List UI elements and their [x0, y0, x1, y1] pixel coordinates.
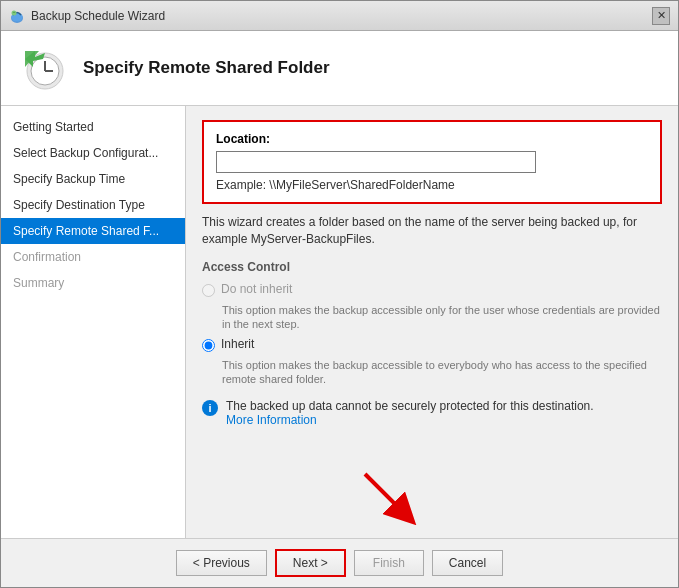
more-info-link[interactable]: More Information: [226, 413, 317, 427]
description-text: This wizard creates a folder based on th…: [202, 214, 662, 248]
body-area: Getting Started Select Backup Configurat…: [1, 106, 678, 538]
previous-button[interactable]: < Previous: [176, 550, 267, 576]
radio-inherit[interactable]: [202, 339, 215, 352]
sidebar-item-specify-destination[interactable]: Specify Destination Type: [1, 192, 185, 218]
radio-label-inherit: Inherit: [221, 337, 254, 351]
info-text: The backed up data cannot be securely pr…: [226, 399, 594, 413]
location-label: Location:: [216, 132, 648, 146]
titlebar-icon: [9, 8, 25, 24]
titlebar: Backup Schedule Wizard ✕: [1, 1, 678, 31]
info-icon: i: [202, 400, 218, 416]
titlebar-left: Backup Schedule Wizard: [9, 8, 165, 24]
radio-desc-do-not-inherit: This option makes the backup accessible …: [222, 303, 662, 332]
finish-button[interactable]: Finish: [354, 550, 424, 576]
location-box: Location: Example: \\MyFileServer\Shared…: [202, 120, 662, 204]
radio-option-inherit: Inherit: [202, 337, 662, 352]
close-button[interactable]: ✕: [652, 7, 670, 25]
wizard-window: Backup Schedule Wizard ✕ Specify Remote …: [0, 0, 679, 588]
info-box: i The backed up data cannot be securely …: [202, 399, 662, 427]
info-text-container: The backed up data cannot be securely pr…: [226, 399, 594, 427]
titlebar-title: Backup Schedule Wizard: [31, 9, 165, 23]
radio-desc-inherit: This option makes the backup accessible …: [222, 358, 662, 387]
page-title: Specify Remote Shared Folder: [83, 58, 330, 78]
radio-label-do-not-inherit: Do not inherit: [221, 282, 292, 296]
radio-option-do-not-inherit: Do not inherit: [202, 282, 662, 297]
header-icon: [17, 43, 67, 93]
sidebar: Getting Started Select Backup Configurat…: [1, 106, 186, 538]
cancel-button[interactable]: Cancel: [432, 550, 503, 576]
sidebar-item-specify-remote[interactable]: Specify Remote Shared F...: [1, 218, 185, 244]
sidebar-item-specify-backup-time[interactable]: Specify Backup Time: [1, 166, 185, 192]
location-input[interactable]: [216, 151, 536, 173]
radio-do-not-inherit[interactable]: [202, 284, 215, 297]
footer-area: < Previous Next > Finish Cancel: [1, 538, 678, 587]
sidebar-item-getting-started[interactable]: Getting Started: [1, 114, 185, 140]
access-control-title: Access Control: [202, 260, 662, 274]
access-control-section: Access Control Do not inherit This optio…: [202, 260, 662, 387]
header-area: Specify Remote Shared Folder: [1, 31, 678, 106]
sidebar-item-select-backup[interactable]: Select Backup Configurat...: [1, 140, 185, 166]
sidebar-item-summary[interactable]: Summary: [1, 270, 185, 296]
location-example: Example: \\MyFileServer\SharedFolderName: [216, 178, 648, 192]
wizard-icon-svg: [17, 43, 67, 93]
content-area: Location: Example: \\MyFileServer\Shared…: [186, 106, 678, 538]
next-button[interactable]: Next >: [275, 549, 346, 577]
sidebar-item-confirmation[interactable]: Confirmation: [1, 244, 185, 270]
